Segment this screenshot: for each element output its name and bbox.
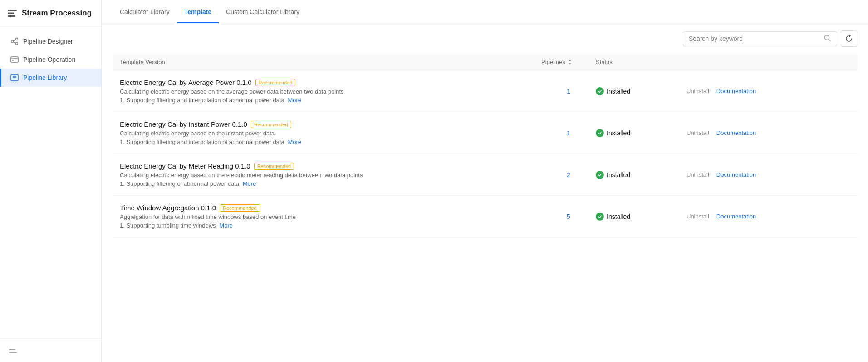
svg-rect-2 — [8, 15, 15, 17]
table-container: Template Version Pipelines Status Electr… — [102, 54, 868, 362]
more-link-3[interactable]: More — [243, 180, 256, 187]
uninstall-button-1[interactable]: Uninstall — [687, 88, 709, 94]
refresh-icon — [845, 35, 853, 43]
uninstall-button-2[interactable]: Uninstall — [687, 129, 709, 136]
table-row: Time Window Aggregation 0.1.0 Recommende… — [113, 196, 857, 238]
documentation-link-1[interactable]: Documentation — [716, 88, 756, 94]
uninstall-button-3[interactable]: Uninstall — [687, 171, 709, 178]
template-desc-4: Aggregation for data within fixed time w… — [120, 213, 541, 220]
main-content: Calculator Library Template Custom Calcu… — [102, 0, 868, 362]
template-name-3: Electric Energy Cal by Meter Reading 0.1… — [120, 162, 250, 170]
svg-line-6 — [14, 40, 16, 41]
pipelines-val-2: 1 — [541, 129, 596, 137]
sidebar-item-pipeline-designer-label: Pipeline Designer — [23, 38, 73, 45]
col-pipelines: Pipelines — [541, 59, 596, 65]
tab-template[interactable]: Template — [177, 0, 219, 23]
table-row: Electric Energy Cal by Meter Reading 0.1… — [113, 154, 857, 196]
template-desc-1: Calculating electric energy based on the… — [120, 88, 541, 95]
template-name-row-2: Electric Energy Cal by Instant Power 0.1… — [120, 120, 541, 128]
template-more-row-4: 1. Supporting tumbling time windows More — [120, 222, 541, 229]
sidebar-bottom — [0, 338, 101, 362]
svg-point-5 — [16, 43, 18, 45]
status-cell-1: Installed — [596, 87, 687, 95]
sidebar-item-pipeline-library[interactable]: Pipeline Library — [0, 69, 101, 87]
actions-cell-3: Uninstall Documentation — [687, 171, 777, 178]
col-status: Status — [596, 59, 687, 65]
status-check-icon-1 — [596, 87, 604, 95]
status-cell-2: Installed — [596, 129, 687, 137]
status-check-icon-4 — [596, 213, 604, 221]
svg-point-18 — [825, 35, 829, 40]
pipeline-library-icon — [10, 74, 19, 82]
template-more-row-1: 1. Supporting filtering and interpolatio… — [120, 97, 541, 104]
tab-custom-calculator-library[interactable]: Custom Calculator Library — [219, 0, 307, 23]
svg-line-19 — [829, 39, 831, 41]
svg-rect-0 — [8, 10, 17, 11]
svg-rect-1 — [8, 13, 14, 14]
svg-line-7 — [14, 42, 16, 43]
pipelines-val-4: 5 — [541, 213, 596, 220]
search-input[interactable] — [689, 35, 820, 42]
badge-recommended-3: Recommended — [254, 163, 294, 170]
sidebar-collapse-icon[interactable] — [9, 346, 18, 353]
more-link-4[interactable]: More — [219, 222, 233, 229]
sidebar-item-pipeline-library-label: Pipeline Library — [23, 74, 67, 81]
status-check-icon-2 — [596, 129, 604, 137]
sidebar-nav: Pipeline Designer Pipeline Operation Pip… — [0, 27, 101, 338]
actions-cell-1: Uninstall Documentation — [687, 88, 777, 94]
tabs-bar: Calculator Library Template Custom Calcu… — [102, 0, 868, 23]
pipeline-designer-icon — [10, 37, 19, 45]
documentation-link-3[interactable]: Documentation — [716, 171, 756, 178]
pipeline-operation-icon — [10, 55, 19, 64]
table-header: Template Version Pipelines Status — [113, 54, 857, 70]
app-logo: Stream Processing — [0, 0, 101, 27]
search-box[interactable] — [683, 31, 837, 46]
template-more-row-2: 1. Supporting filtering and interpolatio… — [120, 139, 541, 145]
col-template-version: Template Version — [120, 59, 541, 65]
template-name-row-4: Time Window Aggregation 0.1.0 Recommende… — [120, 204, 541, 212]
sidebar-item-pipeline-operation[interactable]: Pipeline Operation — [0, 50, 101, 69]
actions-cell-4: Uninstall Documentation — [687, 213, 777, 220]
svg-rect-8 — [11, 57, 18, 62]
sidebar: Stream Processing Pipeline Designer Pipe… — [0, 0, 102, 362]
sidebar-item-pipeline-operation-label: Pipeline Operation — [23, 56, 75, 63]
template-more-row-3: 1. Supporting filtering of abnormal powe… — [120, 180, 541, 187]
table-row: Electric Energy Cal by Instant Power 0.1… — [113, 112, 857, 154]
svg-rect-10 — [12, 60, 14, 61]
template-name-4: Time Window Aggregation 0.1.0 — [120, 204, 216, 212]
template-name-row-3: Electric Energy Cal by Meter Reading 0.1… — [120, 162, 541, 170]
svg-point-3 — [11, 40, 14, 43]
col-extra — [777, 59, 850, 65]
status-cell-3: Installed — [596, 171, 687, 179]
pipelines-val-3: 2 — [541, 171, 596, 179]
template-name-row-1: Electric Energy Cal by Average Power 0.1… — [120, 79, 541, 86]
template-info-4: Time Window Aggregation 0.1.0 Recommende… — [120, 204, 541, 229]
search-icon — [824, 35, 831, 42]
template-name-1: Electric Energy Cal by Average Power 0.1… — [120, 79, 252, 86]
badge-recommended-2: Recommended — [251, 121, 291, 128]
sort-icon[interactable] — [567, 59, 573, 65]
refresh-button[interactable] — [841, 30, 857, 47]
badge-recommended-4: Recommended — [220, 204, 260, 212]
actions-cell-2: Uninstall Documentation — [687, 129, 777, 136]
template-info-3: Electric Energy Cal by Meter Reading 0.1… — [120, 162, 541, 187]
more-link-1[interactable]: More — [288, 97, 301, 104]
col-actions — [687, 59, 777, 65]
documentation-link-4[interactable]: Documentation — [716, 213, 756, 220]
documentation-link-2[interactable]: Documentation — [716, 129, 756, 136]
svg-point-4 — [16, 38, 18, 40]
uninstall-button-4[interactable]: Uninstall — [687, 213, 709, 220]
template-desc-2: Calculating electric energy based on the… — [120, 130, 541, 137]
template-info-1: Electric Energy Cal by Average Power 0.1… — [120, 79, 541, 104]
status-check-icon-3 — [596, 171, 604, 179]
search-icon-button[interactable] — [824, 35, 831, 43]
pipelines-val-1: 1 — [541, 88, 596, 95]
toolbar — [102, 23, 868, 54]
badge-recommended-1: Recommended — [255, 79, 296, 86]
template-name-2: Electric Energy Cal by Instant Power 0.1… — [120, 120, 247, 128]
sidebar-item-pipeline-designer[interactable]: Pipeline Designer — [0, 32, 101, 50]
stream-processing-icon — [7, 8, 17, 18]
tab-calculator-library[interactable]: Calculator Library — [113, 0, 177, 23]
status-cell-4: Installed — [596, 213, 687, 221]
more-link-2[interactable]: More — [288, 139, 301, 145]
